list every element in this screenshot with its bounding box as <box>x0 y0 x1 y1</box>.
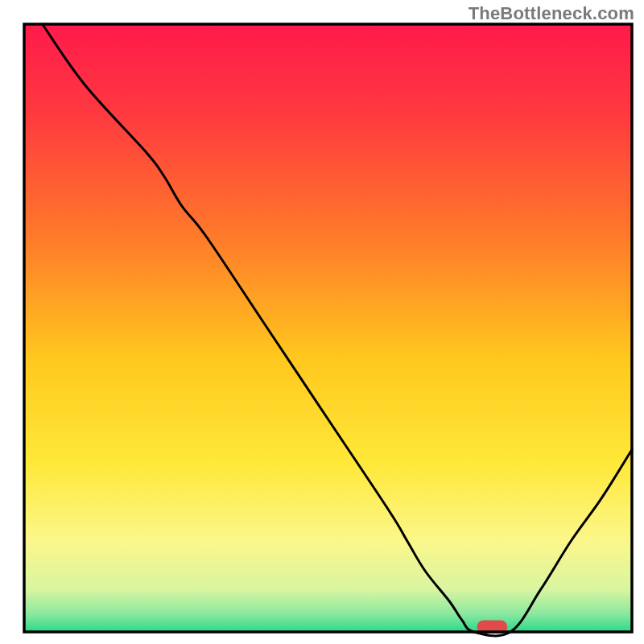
chart-container: TheBottleneck.com <box>0 0 644 644</box>
bottleneck-chart <box>0 0 644 644</box>
plot-background <box>24 24 632 632</box>
